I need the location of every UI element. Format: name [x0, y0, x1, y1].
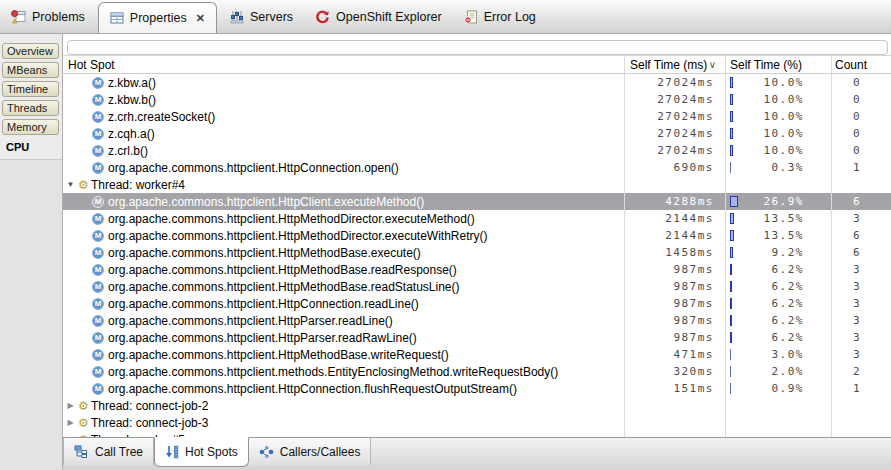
tab-label: Call Tree [95, 445, 143, 459]
pct-value: 3.0% [731, 348, 831, 361]
hotspot-name-cell: Morg.apache.commons.httpclient.methods.E… [63, 363, 625, 380]
table-row[interactable]: Morg.apache.commons.httpclient.HttpConne… [63, 159, 891, 176]
sidebar-item-cpu[interactable]: CPU [0, 138, 62, 157]
hotspot-label: org.apache.commons.httpclient.HttpMethod… [108, 229, 488, 243]
hotspot-name-cell: Mz.crh.createSocket() [63, 108, 625, 125]
table-row[interactable]: Morg.apache.commons.httpclient.HttpClien… [63, 193, 891, 210]
self-time-ms-cell: 987ms [625, 261, 726, 278]
results-tab-callers-callees[interactable]: Callers/Callees [249, 438, 372, 465]
hotspot-name-cell: Morg.apache.commons.httpclient.HttpMetho… [63, 244, 625, 261]
table-row[interactable]: Morg.apache.commons.httpclient.HttpMetho… [63, 244, 891, 261]
self-time-ms-cell: 690ms [625, 159, 726, 176]
filter-toolbar [63, 34, 891, 56]
table-row[interactable]: Morg.apache.commons.httpclient.HttpMetho… [63, 210, 891, 227]
sidebar-item-threads[interactable]: Threads [2, 100, 59, 116]
self-time-pct-cell: 10.0% [726, 91, 832, 108]
self-time-pct-cell: 26.9% [726, 193, 832, 210]
thread-row[interactable]: ▶⚙Thread: connect-job-3 [63, 414, 891, 431]
count-cell [832, 176, 891, 193]
view-tab-properties[interactable]: Properties✕ [98, 2, 217, 33]
sidebar-item-overview[interactable]: Overview [2, 43, 59, 59]
column-label: Count [835, 58, 867, 72]
sidebar-item-timeline[interactable]: Timeline [2, 81, 59, 97]
self-time-ms-cell: 471ms [625, 346, 726, 363]
table-row[interactable]: Mz.kbw.a()27024ms10.0%0 [63, 74, 891, 91]
pct-value: 6.2% [732, 297, 831, 310]
thread-row[interactable]: ▼⚙Thread: worker#4 [63, 176, 891, 193]
column-header-self-time-ms[interactable]: Self Time (ms) ∨ [625, 56, 726, 73]
expander-expanded-icon[interactable]: ▼ [65, 180, 76, 189]
pct-value: 13.5% [734, 212, 831, 225]
sidebar-item-memory[interactable]: Memory [2, 119, 59, 135]
hotspot-name-cell: Morg.apache.commons.httpclient.HttpMetho… [63, 227, 625, 244]
profiler-window: ProblemsProperties✕ServersOpenShift Expl… [0, 0, 891, 470]
tab-label: Hot Spots [185, 445, 238, 459]
table-row[interactable]: Mz.cqh.a()27024ms10.0%0 [63, 125, 891, 142]
count-cell: 3 [832, 210, 891, 227]
self-time-ms-cell: 987ms [625, 329, 726, 346]
table-row[interactable]: Mz.crl.b()27024ms10.0%0 [63, 142, 891, 159]
hotspot-label: org.apache.commons.httpclient.HttpMethod… [108, 212, 475, 226]
results-tab-call-tree[interactable]: Call Tree [63, 438, 154, 465]
count-cell: 0 [832, 125, 891, 142]
self-time-ms-cell: 987ms [625, 312, 726, 329]
hotspot-label: org.apache.commons.httpclient.HttpMethod… [108, 348, 449, 362]
callers-callees-icon [259, 445, 274, 459]
table-row[interactable]: Morg.apache.commons.httpclient.methods.E… [63, 363, 891, 380]
table-row[interactable]: Morg.apache.commons.httpclient.HttpMetho… [63, 227, 891, 244]
view-tab-bar: ProblemsProperties✕ServersOpenShift Expl… [0, 0, 891, 34]
table-row[interactable]: Mz.crh.createSocket()27024ms10.0%0 [63, 108, 891, 125]
self-time-pct-cell: 9.2% [726, 244, 832, 261]
filter-input[interactable] [67, 40, 888, 55]
pct-value: 0.3% [731, 161, 831, 174]
self-time-pct-cell: 6.2% [726, 278, 832, 295]
column-header-count[interactable]: Count [832, 56, 891, 73]
method-icon: M [92, 315, 104, 327]
self-time-pct-cell [726, 176, 832, 193]
count-cell [832, 414, 891, 431]
method-icon: M [92, 162, 104, 174]
results-tab-bar: Call TreeHot SpotsCallers/Callees [63, 437, 891, 470]
expander-collapsed-icon[interactable]: ▶ [65, 401, 76, 410]
close-icon[interactable]: ✕ [196, 12, 205, 25]
column-header-hotspot[interactable]: Hot Spot [63, 56, 625, 73]
column-label: Self Time (%) [730, 58, 802, 72]
sidebar-item-mbeans[interactable]: MBeans [2, 62, 59, 78]
pct-value: 10.0% [733, 110, 831, 123]
table-row[interactable]: Morg.apache.commons.httpclient.HttpMetho… [63, 346, 891, 363]
view-tab-problems[interactable]: Problems [0, 0, 96, 33]
column-header-self-time-pct[interactable]: Self Time (%) [726, 56, 832, 73]
view-tab-openshift-explorer[interactable]: OpenShift Explorer [304, 0, 453, 33]
count-cell: 2 [832, 363, 891, 380]
pct-value: 10.0% [733, 144, 831, 157]
method-icon: M [92, 349, 104, 361]
method-icon: M [92, 230, 104, 242]
expander-collapsed-icon[interactable]: ▶ [65, 418, 76, 427]
table-row[interactable]: Morg.apache.commons.httpclient.HttpParse… [63, 312, 891, 329]
method-icon: M [92, 111, 104, 123]
self-time-pct-cell [726, 414, 832, 431]
method-icon: M [92, 145, 104, 157]
table-row[interactable]: Morg.apache.commons.httpclient.HttpConne… [63, 295, 891, 312]
self-time-ms-cell: 320ms [625, 363, 726, 380]
table-row[interactable]: Morg.apache.commons.httpclient.HttpMetho… [63, 261, 891, 278]
hotspot-label: z.kbw.b() [108, 93, 156, 107]
hotspot-label: org.apache.commons.httpclient.HttpConnec… [108, 382, 517, 396]
table-row[interactable]: Morg.apache.commons.httpclient.HttpMetho… [63, 278, 891, 295]
hotspot-name-cell: ▶⚙Thread: connect-job-3 [63, 414, 625, 431]
thread-row[interactable]: ▶⚙Thread: connect-job-2 [63, 397, 891, 414]
openshift-icon [315, 10, 330, 24]
view-tab-servers[interactable]: Servers [219, 0, 304, 33]
hotspot-name-cell: Morg.apache.commons.httpclient.HttpParse… [63, 329, 625, 346]
table-row[interactable]: Morg.apache.commons.httpclient.HttpParse… [63, 329, 891, 346]
table-row[interactable]: Morg.apache.commons.httpclient.HttpConne… [63, 380, 891, 397]
table-row[interactable]: Mz.kbw.b()27024ms10.0%0 [63, 91, 891, 108]
hotspot-label: org.apache.commons.httpclient.HttpMethod… [108, 263, 457, 277]
results-tab-hot-spots[interactable]: Hot Spots [154, 437, 249, 467]
count-cell: 3 [832, 312, 891, 329]
hotspot-name-cell: Morg.apache.commons.httpclient.HttpConne… [63, 380, 625, 397]
view-tab-error-log[interactable]: Error Log [453, 0, 547, 33]
count-cell: 0 [832, 74, 891, 91]
hotspot-label: z.cqh.a() [108, 127, 155, 141]
count-cell: 3 [832, 329, 891, 346]
